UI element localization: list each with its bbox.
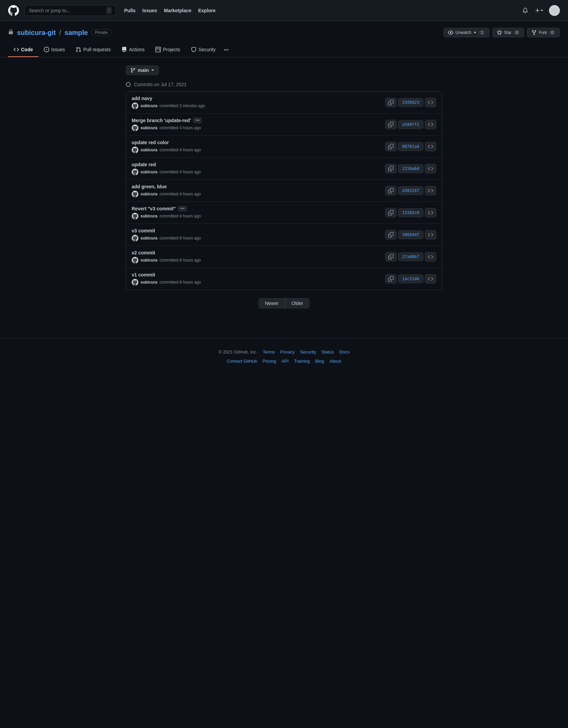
copy-hash-button[interactable] [385, 142, 397, 151]
commit-hash-button[interactable]: 08701a4 [398, 142, 423, 151]
browse-files-button[interactable] [425, 164, 436, 173]
newer-button[interactable]: Newer [259, 298, 285, 308]
nav-pulls[interactable]: Pulls [124, 8, 135, 13]
copy-hash-button[interactable] [385, 164, 397, 173]
commit-hash-button[interactable]: d382267 [398, 186, 423, 195]
footer-link[interactable]: Contact GitHub [227, 359, 257, 364]
browse-files-button[interactable] [425, 186, 436, 195]
commit-hash-button[interactable]: 27a00b7 [398, 252, 423, 261]
commit-row: add green, blue subicura committed 4 hou… [126, 180, 442, 202]
commit-message: Revert "v3 commit" ••• [132, 206, 381, 211]
tab-pull-requests[interactable]: Pull requests [70, 43, 116, 57]
search-box[interactable]: / [24, 5, 116, 16]
commit-message: add green, blue [132, 184, 381, 189]
star-button[interactable]: Star 0 [492, 28, 525, 37]
commit-hash-button[interactable]: a580ff2 [398, 120, 423, 129]
repo-name-link[interactable]: sample [64, 29, 88, 37]
nav-issues[interactable]: Issues [142, 8, 157, 13]
commit-author-avatar [132, 213, 138, 219]
tab-projects[interactable]: Projects [150, 43, 186, 57]
commit-dot [126, 82, 131, 87]
copy-hash-button[interactable] [385, 274, 397, 284]
commit-author-avatar [132, 235, 138, 242]
footer-link[interactable]: API [282, 359, 289, 364]
browse-files-button[interactable] [425, 274, 436, 284]
branch-selector[interactable]: main [126, 65, 159, 75]
repo-tabs: Code Issues Pull requests Actions P [8, 43, 560, 57]
copy-hash-button[interactable] [385, 186, 397, 195]
browse-files-button[interactable] [425, 120, 436, 129]
visibility-badge: Private [91, 29, 111, 36]
commit-author-avatar [132, 124, 138, 131]
commit-message-text: v2 commit [132, 250, 155, 255]
nav-explore[interactable]: Explore [198, 8, 215, 13]
user-avatar[interactable] [549, 5, 560, 16]
commit-hash-button[interactable]: 15282c0 [398, 208, 423, 217]
footer-link[interactable]: Security [300, 349, 316, 355]
copy-hash-button[interactable] [385, 230, 397, 240]
browse-files-button[interactable] [425, 230, 436, 240]
older-button[interactable]: Older [285, 298, 309, 308]
browse-files-button[interactable] [425, 208, 436, 217]
unwatch-count: 1 [479, 30, 485, 35]
create-button[interactable] [533, 6, 545, 15]
commit-message-text: update red [132, 162, 156, 167]
copy-hash-button[interactable] [385, 98, 397, 107]
branch-name: main [138, 68, 149, 73]
unwatch-button[interactable]: Unwatch 1 [443, 28, 489, 37]
commit-time: committed 4 hours ago [159, 148, 201, 152]
notifications-button[interactable] [521, 6, 529, 15]
repo-actions: Unwatch 1 Star 0 Fork 0 [443, 28, 560, 37]
commit-hash-button[interactable]: 306b947 [398, 230, 423, 239]
copy-hash-button[interactable] [385, 252, 397, 262]
footer-link[interactable]: Pricing [263, 359, 276, 364]
commit-time: committed 4 hours ago [159, 170, 201, 174]
tab-actions[interactable]: Actions [116, 43, 150, 57]
commit-hash-button[interactable]: 33d9d23 [398, 98, 423, 107]
commit-info: v3 commit subicura committed 8 hours ago [132, 228, 381, 242]
browse-files-button[interactable] [425, 142, 436, 151]
footer-link[interactable]: Blog [315, 359, 324, 364]
commit-author-name: subicura [140, 214, 157, 218]
commit-ellipsis-button[interactable]: ••• [193, 118, 202, 123]
header-right [521, 5, 560, 16]
footer-link[interactable]: Privacy [280, 349, 295, 355]
commits-date-header: Commits on Jul 17, 2021 [126, 82, 442, 87]
tab-security[interactable]: Security [186, 43, 221, 57]
commit-info: add green, blue subicura committed 4 hou… [132, 184, 381, 197]
commit-message-text: Merge branch 'update-red' [132, 118, 191, 123]
footer-link[interactable]: Terms [263, 349, 274, 355]
commit-hash-button[interactable]: 215ba64 [398, 164, 423, 173]
copy-hash-button[interactable] [385, 208, 397, 217]
tab-code[interactable]: Code [8, 43, 38, 57]
tab-issues[interactable]: Issues [38, 43, 70, 57]
commit-message-text: add navy [132, 96, 152, 101]
commit-row: v3 commit subicura committed 8 hours ago [126, 224, 442, 246]
commit-author-avatar [132, 169, 138, 175]
commit-meta: subicura committed 4 hours ago [132, 147, 381, 153]
browse-files-button[interactable] [425, 252, 436, 262]
footer-link[interactable]: Status [321, 349, 334, 355]
copy-hash-button[interactable] [385, 120, 397, 129]
github-logo[interactable] [8, 5, 19, 16]
footer-link[interactable]: Training [294, 359, 310, 364]
commit-info: update red color subicura committed 4 ho… [132, 140, 381, 153]
repo-owner-link[interactable]: subicura-git [17, 29, 56, 37]
nav-marketplace[interactable]: Marketplace [164, 8, 191, 13]
commit-message: add navy [132, 96, 381, 101]
commit-ellipsis-button[interactable]: ••• [178, 206, 187, 211]
commit-hash-button[interactable]: 1ac5146 [398, 274, 423, 283]
commit-time: committed 3 minutes ago [159, 103, 205, 108]
commit-time: committed 4 hours ago [159, 192, 201, 196]
commit-time: committed 8 hours ago [159, 280, 201, 285]
footer-link[interactable]: About [329, 359, 341, 364]
browse-files-button[interactable] [425, 98, 436, 107]
commit-actions: 215ba64 [385, 164, 436, 173]
commit-row: Revert "v3 commit" ••• subicura committe… [126, 202, 442, 224]
commit-info: add navy subicura committed 3 minutes ag… [132, 96, 381, 109]
commit-time: committed 8 hours ago [159, 258, 201, 263]
fork-button[interactable]: Fork 0 [527, 28, 560, 37]
footer-link[interactable]: Docs [339, 349, 349, 355]
search-input[interactable] [29, 8, 104, 13]
tab-more[interactable]: ••• [221, 43, 231, 57]
